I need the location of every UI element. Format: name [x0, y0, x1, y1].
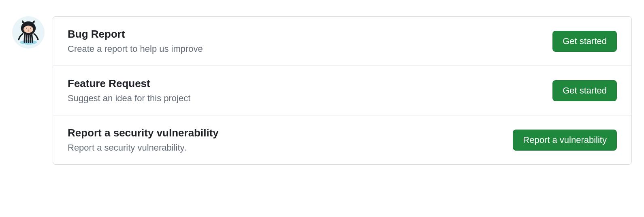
get-started-button[interactable]: Get started [552, 31, 617, 52]
template-title: Bug Report [68, 28, 203, 40]
report-vulnerability-button[interactable]: Report a vulnerability [513, 130, 617, 151]
template-description: Suggest an idea for this project [68, 93, 190, 104]
template-text: Feature Request Suggest an idea for this… [68, 77, 190, 104]
get-started-button[interactable]: Get started [552, 80, 617, 101]
template-text: Bug Report Create a report to help us im… [68, 28, 203, 54]
template-description: Create a report to help us improve [68, 44, 203, 54]
template-description: Report a security vulnerability. [68, 143, 219, 153]
issue-template-chooser: Bug Report Create a report to help us im… [12, 16, 632, 165]
avatar [12, 16, 45, 49]
template-title: Report a security vulnerability [68, 127, 219, 139]
template-text: Report a security vulnerability Report a… [68, 127, 219, 153]
template-item-feature-request: Feature Request Suggest an idea for this… [53, 66, 631, 115]
svg-point-6 [30, 28, 31, 29]
svg-point-7 [28, 30, 29, 30]
svg-point-2 [23, 26, 33, 33]
template-item-bug-report: Bug Report Create a report to help us im… [53, 17, 631, 66]
template-list: Bug Report Create a report to help us im… [53, 16, 632, 165]
template-item-security-vulnerability: Report a security vulnerability Report a… [53, 115, 631, 164]
svg-point-4 [26, 28, 27, 29]
octocat-icon [14, 17, 43, 47]
template-title: Feature Request [68, 77, 190, 90]
